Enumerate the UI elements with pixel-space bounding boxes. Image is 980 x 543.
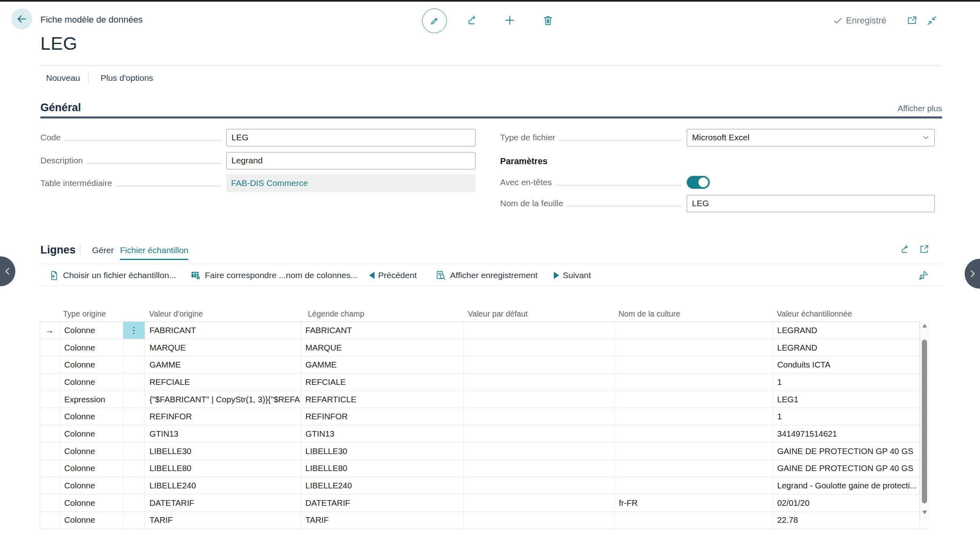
- header-valeur-origine[interactable]: Valeur d'origine: [145, 309, 301, 319]
- row-selector-cell[interactable]: [40, 374, 60, 391]
- cell-nom-culture[interactable]: [614, 477, 773, 494]
- description-input[interactable]: Legrand: [226, 152, 475, 169]
- cell-valeur-echantillonnee[interactable]: Legrand - Goulotte gaine de protecti...: [773, 477, 920, 494]
- cell-legende-champ[interactable]: MARQUE: [301, 339, 464, 356]
- cell-legende-champ[interactable]: FABRICANT: [301, 322, 464, 339]
- cell-valeur-defaut[interactable]: [464, 512, 614, 529]
- delete-button[interactable]: [541, 14, 554, 27]
- show-more-link[interactable]: Afficher plus: [898, 104, 942, 113]
- code-input[interactable]: LEG: [226, 129, 475, 146]
- cell-nom-culture[interactable]: [614, 512, 773, 529]
- cell-valeur-echantillonnee[interactable]: 1: [773, 408, 920, 425]
- cell-valeur-origine[interactable]: MARQUE: [145, 339, 301, 356]
- cell-valeur-echantillonnee[interactable]: GAINE DE PROTECTION GP 40 GS: [773, 443, 920, 460]
- cell-type-origine[interactable]: Colonne: [60, 356, 123, 373]
- cell-valeur-echantillonnee[interactable]: GAINE DE PROTECTION GP 40 GS: [773, 460, 920, 477]
- cell-nom-culture[interactable]: [614, 443, 773, 460]
- cell-nom-culture[interactable]: [614, 374, 773, 391]
- cell-valeur-origine[interactable]: GTIN13: [145, 425, 301, 442]
- previous-record-button[interactable]: [0, 256, 15, 286]
- cell-type-origine[interactable]: Colonne: [60, 322, 123, 339]
- table-row[interactable]: ColonneLIBELLE240LIBELLE240Legrand - Gou…: [40, 477, 929, 494]
- cell-nom-culture[interactable]: fr-FR: [614, 494, 773, 511]
- header-nom-culture[interactable]: Nom de la culture: [614, 309, 773, 319]
- row-selector-cell[interactable]: [40, 460, 60, 477]
- cell-legende-champ[interactable]: LIBELLE80: [301, 460, 464, 477]
- cell-valeur-echantillonnee[interactable]: 3414971514621: [773, 425, 920, 442]
- row-selector-cell[interactable]: →: [40, 322, 60, 339]
- header-valeur-defaut[interactable]: Valeur par défaut: [464, 309, 614, 319]
- cell-valeur-defaut[interactable]: [464, 391, 614, 408]
- tab-gerer[interactable]: Gérer: [92, 245, 114, 255]
- cell-type-origine[interactable]: Colonne: [60, 339, 123, 356]
- table-row[interactable]: ColonneREFCIALEREFCIALE1: [40, 374, 929, 391]
- cell-type-origine[interactable]: Colonne: [60, 477, 123, 494]
- next-button[interactable]: Suivant: [554, 267, 591, 284]
- cell-valeur-echantillonnee[interactable]: 22.78: [773, 512, 920, 529]
- cell-valeur-defaut[interactable]: [464, 356, 614, 373]
- avec-entetes-toggle[interactable]: [687, 176, 710, 189]
- cell-row-menu[interactable]: [123, 443, 145, 460]
- cell-nom-culture[interactable]: [614, 425, 773, 442]
- cell-row-menu[interactable]: [123, 408, 145, 425]
- cell-valeur-origine[interactable]: REFCIALE: [145, 374, 301, 391]
- table-row[interactable]: →Colonne⋮FABRICANTFABRICANTLEGRAND: [40, 322, 929, 339]
- menu-item-nouveau[interactable]: Nouveau: [46, 73, 80, 83]
- menu-item-plus-options[interactable]: Plus d'options: [101, 73, 153, 83]
- cell-type-origine[interactable]: Colonne: [60, 408, 123, 425]
- cell-valeur-echantillonnee[interactable]: LEG1: [773, 391, 920, 408]
- edit-button[interactable]: [422, 8, 447, 33]
- type-fichier-select[interactable]: Microsoft Excel: [687, 129, 935, 146]
- cell-legende-champ[interactable]: LIBELLE240: [301, 477, 464, 494]
- cell-legende-champ[interactable]: REFCIALE: [301, 374, 464, 391]
- cell-valeur-echantillonnee[interactable]: LEGRAND: [773, 322, 920, 339]
- cell-valeur-origine[interactable]: GAMME: [145, 356, 301, 373]
- cell-legende-champ[interactable]: GAMME: [301, 356, 464, 373]
- scrollbar-thumb[interactable]: [922, 340, 927, 503]
- cell-valeur-origine[interactable]: TARIF: [145, 512, 301, 529]
- cell-row-menu[interactable]: [123, 494, 145, 511]
- vertical-scrollbar[interactable]: [920, 321, 929, 519]
- cell-valeur-defaut[interactable]: [464, 408, 614, 425]
- tab-fichier-echantillon[interactable]: Fichier échantillon: [120, 245, 188, 260]
- scroll-up-icon[interactable]: [922, 324, 927, 327]
- table-row[interactable]: ColonneDATETARIFDATETARIFfr-FR02/01/20: [40, 494, 929, 512]
- scroll-down-icon[interactable]: [922, 511, 927, 514]
- cell-valeur-origine[interactable]: DATETARIF: [145, 494, 301, 511]
- cell-valeur-defaut[interactable]: [464, 494, 614, 511]
- table-row[interactable]: ColonneMARQUEMARQUELEGRAND: [40, 339, 929, 357]
- cell-row-menu[interactable]: [123, 477, 145, 494]
- cell-type-origine[interactable]: Colonne: [60, 425, 123, 442]
- collapse-button[interactable]: [926, 15, 938, 27]
- view-record-button[interactable]: Afficher enregistrement: [435, 267, 538, 284]
- cell-row-menu[interactable]: [123, 512, 145, 529]
- cell-type-origine[interactable]: Expression: [60, 391, 123, 408]
- choose-sample-file-button[interactable]: Choisir un fichier échantillon...: [48, 267, 176, 284]
- cell-valeur-origine[interactable]: FABRICANT: [145, 322, 301, 339]
- table-row[interactable]: ColonneGAMMEGAMMEConduits ICTA: [40, 356, 929, 374]
- row-selector-cell[interactable]: [40, 512, 60, 529]
- cell-valeur-origine[interactable]: LIBELLE80: [145, 460, 301, 477]
- cell-row-menu[interactable]: [123, 425, 145, 442]
- header-legende-champ[interactable]: Légende champ: [301, 309, 464, 319]
- cell-legende-champ[interactable]: LIBELLE30: [301, 443, 464, 460]
- cell-valeur-defaut[interactable]: [464, 425, 614, 442]
- cell-type-origine[interactable]: Colonne: [60, 443, 123, 460]
- row-selector-cell[interactable]: [40, 408, 60, 425]
- cell-nom-culture[interactable]: [614, 356, 773, 373]
- cell-nom-culture[interactable]: [614, 391, 773, 408]
- previous-button[interactable]: Précédent: [369, 267, 417, 284]
- cell-nom-culture[interactable]: [614, 460, 773, 477]
- cell-legende-champ[interactable]: REFARTICLE: [301, 391, 464, 408]
- table-row[interactable]: ColonneGTIN13GTIN133414971514621: [40, 425, 929, 443]
- cell-row-menu[interactable]: [123, 339, 145, 356]
- cell-valeur-echantillonnee[interactable]: 02/01/20: [773, 494, 920, 511]
- cell-valeur-defaut[interactable]: [464, 477, 614, 494]
- next-record-button[interactable]: [965, 259, 980, 289]
- cell-valeur-origine[interactable]: LIBELLE240: [145, 477, 301, 494]
- cell-legende-champ[interactable]: GTIN13: [301, 425, 464, 442]
- table-row[interactable]: ColonneREFINFORREFINFOR1: [40, 408, 929, 425]
- row-selector-cell[interactable]: [40, 425, 60, 442]
- map-column-names-button[interactable]: Faire correspondre ...nom de colonnes...: [190, 267, 358, 284]
- cell-valeur-origine[interactable]: LIBELLE30: [145, 443, 301, 460]
